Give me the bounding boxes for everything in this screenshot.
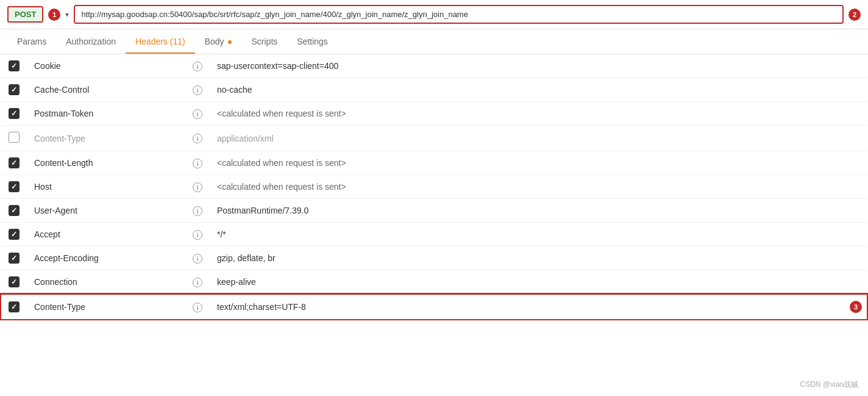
method-dropdown-arrow[interactable]: ▾	[65, 10, 69, 19]
headers-table: Cookieisap-usercontext=sap-client=400Cac…	[0, 54, 868, 320]
header-checkbox-9[interactable]	[9, 276, 20, 287]
info-icon-4[interactable]: i	[193, 159, 202, 168]
header-value-2: <calculated when request is sent>	[217, 109, 346, 118]
info-icon-5[interactable]: i	[193, 182, 202, 192]
badge-2: 2	[848, 9, 861, 21]
table-row: Cookieisap-usercontext=sap-client=400	[1, 54, 867, 78]
header-checkbox-5[interactable]	[9, 181, 20, 192]
header-checkbox-4[interactable]	[9, 157, 20, 168]
header-key-9: Connection	[34, 277, 77, 287]
table-row: Hosti<calculated when request is sent>	[1, 175, 867, 199]
table-row: Accept-Encodingigzip, deflate, br	[1, 247, 867, 270]
header-value-1: no-cache	[217, 85, 252, 95]
tab-authorization[interactable]: Authorization	[56, 29, 126, 54]
header-value-6: PostmanRuntime/7.39.0	[217, 206, 308, 215]
info-icon-7[interactable]: i	[193, 230, 202, 240]
table-row: Cache-Controlino-cache	[1, 78, 867, 102]
header-value-7: */*	[217, 229, 226, 239]
header-key-2: Postman-Token	[34, 109, 93, 118]
badge-1: 1	[48, 9, 60, 21]
header-value-8: gzip, deflate, br	[217, 253, 276, 263]
info-icon-9[interactable]: i	[193, 278, 202, 287]
tab-headers[interactable]: Headers (11)	[126, 29, 195, 54]
table-row: Content-Typeiapplication/xml	[1, 126, 867, 151]
body-dot	[228, 40, 232, 44]
tab-scripts[interactable]: Scripts	[241, 29, 287, 54]
header-checkbox-1[interactable]	[9, 84, 20, 95]
table-row: Connectionikeep-alive	[1, 270, 867, 295]
tabs-bar: Params Authorization Headers (11) Body S…	[0, 29, 868, 54]
header-key-6: User-Agent	[34, 206, 77, 215]
table-row: User-AgentiPostmanRuntime/7.39.0	[1, 199, 867, 223]
table-row: Content-Lengthi<calculated when request …	[1, 151, 867, 175]
header-checkbox-10[interactable]	[9, 301, 20, 312]
header-checkbox-0[interactable]	[9, 60, 20, 71]
info-icon-6[interactable]: i	[193, 206, 202, 216]
header-value-0: sap-usercontext=sap-client=400	[217, 61, 338, 71]
info-icon-8[interactable]: i	[193, 254, 202, 264]
tab-body[interactable]: Body	[195, 29, 242, 54]
header-value-4: <calculated when request is sent>	[217, 158, 346, 168]
method-badge[interactable]: POST	[7, 6, 43, 23]
info-icon-0[interactable]: i	[193, 62, 202, 71]
table-row: Postman-Tokeni<calculated when request i…	[1, 102, 867, 126]
header-key-0: Cookie	[34, 61, 61, 71]
url-input[interactable]	[74, 5, 844, 24]
tab-settings[interactable]: Settings	[287, 29, 338, 54]
header-value-9: keep-alive	[217, 277, 256, 287]
header-key-4: Content-Length	[34, 158, 93, 168]
header-value-3: application/xml	[217, 134, 274, 143]
table-row: Accepti*/*	[1, 223, 867, 247]
top-bar: POST 1 ▾ 2	[0, 0, 868, 29]
header-checkbox-8[interactable]	[9, 253, 20, 264]
header-checkbox-3[interactable]	[9, 132, 20, 143]
header-value-5: <calculated when request is sent>	[217, 182, 346, 192]
header-key-7: Accept	[34, 229, 60, 239]
header-checkbox-2[interactable]	[9, 108, 20, 119]
tab-params[interactable]: Params	[7, 29, 56, 54]
header-key-5: Host	[34, 182, 52, 192]
table-row: Content-Typeitext/xml;charset=UTF-83	[1, 294, 867, 320]
header-key-8: Accept-Encoding	[34, 253, 99, 263]
badge-3: 3	[850, 301, 862, 313]
header-value-10: text/xml;charset=UTF-8	[217, 302, 306, 312]
info-icon-3[interactable]: i	[193, 134, 202, 143]
info-icon-1[interactable]: i	[193, 85, 202, 95]
headers-count-badge: (11)	[170, 37, 185, 46]
header-key-1: Cache-Control	[34, 85, 89, 95]
info-icon-2[interactable]: i	[193, 109, 202, 119]
header-checkbox-6[interactable]	[9, 205, 20, 216]
header-checkbox-7[interactable]	[9, 229, 20, 240]
header-key-10: Content-Type	[34, 302, 85, 312]
header-key-3: Content-Type	[34, 134, 85, 143]
info-icon-10[interactable]: i	[193, 303, 202, 312]
